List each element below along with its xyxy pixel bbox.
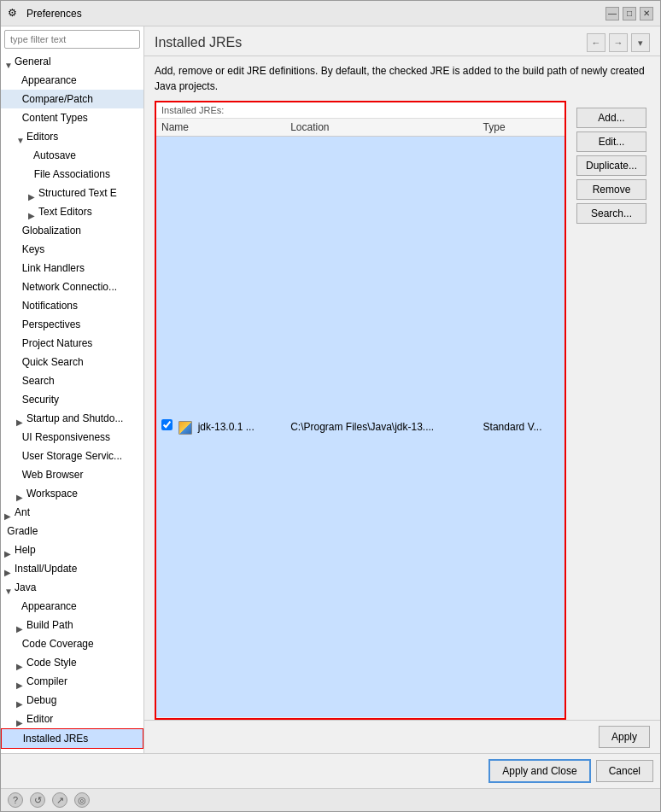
jre-name-cell: jdk-13.0.1 ... (156, 137, 285, 718)
sidebar-item-build-path[interactable]: ▶Build Path (1, 616, 143, 634)
sidebar-item-quick-search[interactable]: Quick Search (1, 353, 143, 371)
window-icon: ⚙ (8, 7, 21, 20)
sidebar-item-debug[interactable]: ▶Debug (1, 691, 143, 710)
table-area: Installed JREs: Name Location Type (155, 101, 566, 720)
sidebar-item-ant[interactable]: ▶Ant (1, 503, 143, 522)
title-bar: ⚙ Preferences — □ ✕ (1, 1, 660, 26)
search-button[interactable]: Search... (576, 203, 646, 224)
main-content: ▼General Appearance Compare/Patch Conten… (1, 26, 660, 753)
sidebar-item-file-associations[interactable]: File Associations (1, 165, 143, 184)
sidebar-item-structured-text[interactable]: ▶Structured Text E (1, 184, 143, 202)
back-button[interactable]: ← (587, 33, 605, 52)
settings-icon[interactable]: ◎ (74, 792, 90, 808)
expand-icon-editor: ▶ (16, 716, 25, 724)
table-row[interactable]: jdk-13.0.1 ... C:\Program Files\Java\jdk… (156, 137, 564, 718)
apply-close-button[interactable]: Apply and Close (488, 759, 590, 783)
jre-table-label: Installed JREs: (156, 102, 564, 119)
sidebar-item-globalization[interactable]: Globalization (1, 221, 143, 240)
col-header-name[interactable]: Name (156, 119, 285, 137)
window-title: Preferences (26, 8, 82, 20)
sidebar-item-installed-jres[interactable]: Installed JREs (1, 728, 143, 749)
sidebar-item-editors[interactable]: ▼Editors (1, 127, 143, 146)
sidebar-item-java-appearance[interactable]: Appearance (1, 597, 143, 616)
jre-location-cell: C:\Program Files\Java\jdk-13.... (285, 137, 477, 718)
sidebar-item-workspace[interactable]: ▶Workspace (1, 484, 143, 503)
panel-header: Installed JREs ← → ▾ (144, 26, 660, 56)
expand-icon-code-style: ▶ (16, 659, 25, 668)
apply-button[interactable]: Apply (599, 726, 650, 748)
expand-icon-build-path: ▶ (16, 622, 25, 630)
expand-icon-text-editors: ▶ (28, 208, 37, 217)
sidebar-item-compare-patch[interactable]: Compare/Patch (1, 90, 143, 108)
maximize-button[interactable]: □ (623, 7, 636, 20)
remove-button[interactable]: Remove (576, 179, 646, 200)
sidebar-item-web-browser[interactable]: Web Browser (1, 465, 143, 484)
sidebar-item-general[interactable]: ▼General (1, 52, 143, 71)
expand-icon-compiler: ▶ (16, 678, 25, 686)
restore-defaults-icon[interactable]: ↺ (30, 792, 45, 808)
sidebar-item-java[interactable]: ▼Java (1, 578, 143, 597)
right-panel-body: Add, remove or edit JRE definitions. By … (144, 56, 660, 753)
forward-button[interactable]: → (609, 33, 628, 52)
cancel-button[interactable]: Cancel (596, 760, 653, 782)
main-area: Installed JREs: Name Location Type (144, 101, 660, 720)
sidebar-item-project-natures[interactable]: Project Natures (1, 334, 143, 353)
action-buttons-panel: Add... Edit... Duplicate... Remove Searc… (573, 101, 650, 720)
add-button[interactable]: Add... (576, 108, 646, 128)
col-header-location[interactable]: Location (285, 119, 477, 137)
sidebar-item-code-style[interactable]: ▶Code Style (1, 653, 143, 672)
sidebar-item-compiler[interactable]: ▶Compiler (1, 672, 143, 691)
apply-row: Apply (144, 720, 660, 753)
tree-container: ▼General Appearance Compare/Patch Conten… (1, 52, 143, 753)
title-buttons: — □ ✕ (605, 7, 653, 20)
jre-type-cell: Standard V... (478, 137, 564, 718)
sidebar-item-content-types[interactable]: Content Types (1, 108, 143, 127)
expand-icon-debug: ▶ (16, 697, 25, 705)
sidebar-item-autosave[interactable]: Autosave (1, 146, 143, 165)
sidebar-item-startup-shutdown[interactable]: ▶Startup and Shutdo... (1, 409, 143, 428)
title-bar-left: ⚙ Preferences (8, 7, 82, 20)
expand-icon-startup: ▶ (16, 415, 25, 424)
sidebar-item-ui-responsiveness[interactable]: UI Responsiveness (1, 428, 143, 447)
right-panel: Installed JREs ← → ▾ Add, remove or edit… (144, 26, 660, 753)
sidebar-item-notifications[interactable]: Notifications (1, 296, 143, 315)
sidebar-item-help[interactable]: ▶Help (1, 540, 143, 559)
help-icon[interactable]: ? (8, 792, 23, 808)
panel-title: Installed JREs (155, 35, 242, 50)
sidebar-item-code-coverage[interactable]: Code Coverage (1, 634, 143, 653)
close-button[interactable]: ✕ (640, 7, 653, 20)
sidebar-item-perspectives[interactable]: Perspectives (1, 315, 143, 334)
col-header-type[interactable]: Type (478, 119, 564, 137)
export-icon[interactable]: ↗ (52, 792, 67, 808)
jre-table: Name Location Type (156, 119, 564, 718)
sidebar-item-text-editors[interactable]: ▶Text Editors (1, 202, 143, 221)
expand-icon-structured: ▶ (28, 190, 37, 198)
sidebar-item-network-connections[interactable]: Network Connectio... (1, 277, 143, 296)
sidebar-item-appearance[interactable]: Appearance (1, 71, 143, 90)
expand-icon-workspace: ▶ (16, 490, 25, 499)
sidebar-item-editor[interactable]: ▶Editor (1, 710, 143, 728)
sidebar-item-search[interactable]: Search (1, 371, 143, 390)
sidebar-item-keys[interactable]: Keys (1, 240, 143, 259)
minimize-button[interactable]: — (605, 7, 619, 20)
jre-table-container: Installed JREs: Name Location Type (155, 101, 566, 720)
sidebar-item-install-update[interactable]: ▶Install/Update (1, 559, 143, 578)
expand-icon-install: ▶ (4, 565, 13, 574)
sidebar-item-user-storage[interactable]: User Storage Servic... (1, 447, 143, 465)
sidebar-item-link-handlers[interactable]: Link Handlers (1, 259, 143, 277)
expand-icon-editors: ▼ (16, 133, 25, 142)
duplicate-button[interactable]: Duplicate... (576, 155, 646, 176)
expand-icon-help: ▶ (4, 546, 13, 555)
sidebar-item-gradle[interactable]: Gradle (1, 522, 143, 540)
dropdown-button[interactable]: ▾ (631, 33, 650, 52)
sidebar-item-security[interactable]: Security (1, 390, 143, 409)
jre-checkbox[interactable] (161, 419, 173, 430)
footer-bar: ? ↺ ↗ ◎ (1, 788, 660, 811)
preferences-window: ⚙ Preferences — □ ✕ ▼General Appearance … (0, 0, 661, 812)
filter-input[interactable] (4, 30, 140, 49)
expand-icon-java: ▼ (4, 584, 13, 593)
bottom-bar: Apply and Close Cancel (1, 753, 660, 788)
expand-icon-general: ▼ (4, 58, 13, 67)
edit-button[interactable]: Edit... (576, 131, 646, 152)
jre-icon (178, 421, 192, 435)
